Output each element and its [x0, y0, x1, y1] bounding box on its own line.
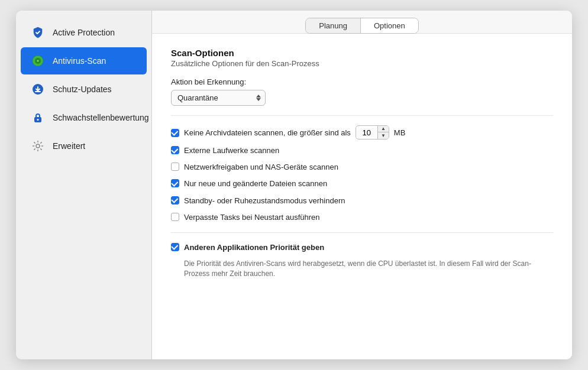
checkbox-label-new-files: Nur neue und geänderte Dateien scannen [184, 178, 327, 189]
dropdown-wrap: Quarantäne Löschen Ignorieren [171, 90, 266, 106]
svg-point-3 [37, 60, 38, 61]
action-dropdown[interactable]: Quarantäne Löschen Ignorieren [171, 90, 266, 106]
action-label: Aktion bei Erkennung: [171, 77, 553, 86]
action-row: Quarantäne Löschen Ignorieren [171, 90, 553, 106]
download-icon [30, 82, 46, 97]
main-window: Active Protection Antivirus-Scan [16, 11, 572, 359]
checkbox-row-network-shares: Netzwerkfreigaben und NAS-Geräte scannen [171, 162, 553, 173]
tabs-container: Planung Optionen [305, 18, 418, 34]
checkbox-standby[interactable] [171, 196, 179, 205]
main-content: Scan-Optionen Zusätzliche Optionen für d… [152, 34, 572, 359]
checkbox-row-new-files: Nur neue und geänderte Dateien scannen [171, 178, 553, 189]
checkbox-external-drives[interactable] [171, 146, 179, 154]
divider-2 [171, 232, 553, 233]
sidebar-item-antivirus-scan[interactable]: Antivirus-Scan [21, 47, 147, 74]
content-area: Planung Optionen Scan-Optionen Zusätzlic… [152, 11, 572, 359]
sidebar-item-active-protection[interactable]: Active Protection [21, 19, 147, 46]
section-subtitle: Zusätzliche Optionen für den Scan-Prozes… [171, 59, 553, 68]
svg-point-7 [37, 119, 39, 121]
tab-planung[interactable]: Planung [306, 18, 361, 33]
checkbox-row-other-apps: Anderen Applikationen Priorität geben [171, 242, 553, 253]
divider-1 [171, 115, 553, 116]
stepper-buttons: ▲ ▼ [377, 125, 389, 139]
sidebar-label-schutz-updates: Schutz-Updates [53, 84, 112, 95]
checkbox-label-no-archive: Keine Archivdateien scannen, die größer … [184, 128, 351, 137]
archive-size-unit: MB [394, 128, 406, 137]
gear-icon [30, 138, 46, 154]
other-apps-section: Anderen Applikationen Priorität geben Di… [171, 242, 553, 279]
sidebar-label-antivirus-scan: Antivirus-Scan [53, 56, 106, 66]
tab-optionen[interactable]: Optionen [361, 18, 418, 33]
shield-icon [30, 25, 46, 40]
sidebar-label-erweitert: Erweitert [53, 141, 85, 151]
other-apps-description: Die Priorität des Antiviren-Scans wird h… [184, 259, 553, 279]
sidebar-item-schutz-updates[interactable]: Schutz-Updates [21, 76, 147, 103]
stepper-down-button[interactable]: ▼ [378, 132, 389, 139]
stepper-up-button[interactable]: ▲ [378, 125, 389, 132]
section-title: Scan-Optionen [171, 48, 553, 58]
checkbox-row-external-drives: Externe Laufwerke scannen [171, 145, 553, 156]
checkbox-label-missed-tasks: Verpasste Tasks bei Neustart ausführen [184, 212, 320, 223]
archive-size-input[interactable] [356, 128, 377, 137]
archive-size-input-wrap: ▲ ▼ [356, 125, 389, 139]
sidebar-label-active-protection: Active Protection [53, 27, 115, 38]
checkbox-no-archive[interactable] [171, 129, 179, 137]
checkbox-network-shares[interactable] [171, 163, 179, 171]
lock-icon [30, 110, 46, 125]
checkbox-other-apps[interactable] [171, 243, 179, 251]
tabs-bar: Planung Optionen [152, 11, 572, 34]
checkbox-new-files[interactable] [171, 179, 179, 187]
checkbox-row-standby: Standby- oder Ruhezustandsmodus verhinde… [171, 196, 553, 206]
checkbox-row-no-archive: Keine Archivdateien scannen, die größer … [171, 125, 553, 139]
svg-point-8 [36, 144, 40, 148]
scan-icon [30, 53, 46, 69]
checkbox-label-network-shares: Netzwerkfreigaben und NAS-Geräte scannen [184, 162, 338, 173]
checkbox-label-other-apps: Anderen Applikationen Priorität geben [184, 242, 324, 253]
sidebar-item-erweitert[interactable]: Erweitert [21, 132, 147, 160]
sidebar-label-schwachstellen: Schwachstellenbewertung [53, 112, 149, 123]
checkbox-missed-tasks[interactable] [171, 213, 179, 221]
checkbox-label-standby: Standby- oder Ruhezustandsmodus verhinde… [184, 196, 345, 206]
checkbox-label-external-drives: Externe Laufwerke scannen [184, 145, 279, 156]
checkbox-row-missed-tasks: Verpasste Tasks bei Neustart ausführen [171, 212, 553, 223]
sidebar: Active Protection Antivirus-Scan [16, 11, 152, 359]
sidebar-item-schwachstellen[interactable]: Schwachstellenbewertung [21, 104, 147, 131]
